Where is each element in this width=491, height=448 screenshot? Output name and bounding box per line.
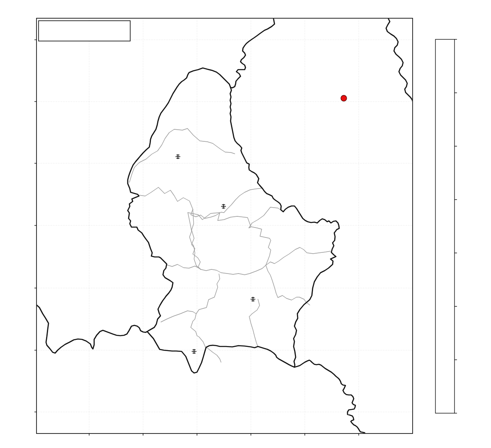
city-marker-findel [251, 297, 255, 301]
colorbar-frame [435, 39, 455, 413]
admin-borders [129, 128, 331, 362]
city-marker-esch-alzette [192, 349, 196, 354]
luxembourg-border [128, 68, 339, 373]
northeast-border-segment [386, 18, 413, 102]
country-borders [35, 17, 413, 434]
belgium-france-border [35, 304, 147, 353]
radar-figure [0, 0, 491, 448]
grid-lines [36, 18, 413, 433]
info-box [39, 21, 130, 41]
city-marker-wiltz [176, 155, 180, 159]
city-layer [176, 155, 255, 354]
belgium-germany-border [231, 17, 275, 88]
radar-site-marker [341, 95, 347, 101]
city-marker-ettelbruck [221, 204, 226, 208]
map-canvas [0, 0, 491, 448]
germany-france-border [294, 360, 365, 434]
colorbar-ticks [455, 39, 457, 413]
map-frame [36, 18, 413, 433]
